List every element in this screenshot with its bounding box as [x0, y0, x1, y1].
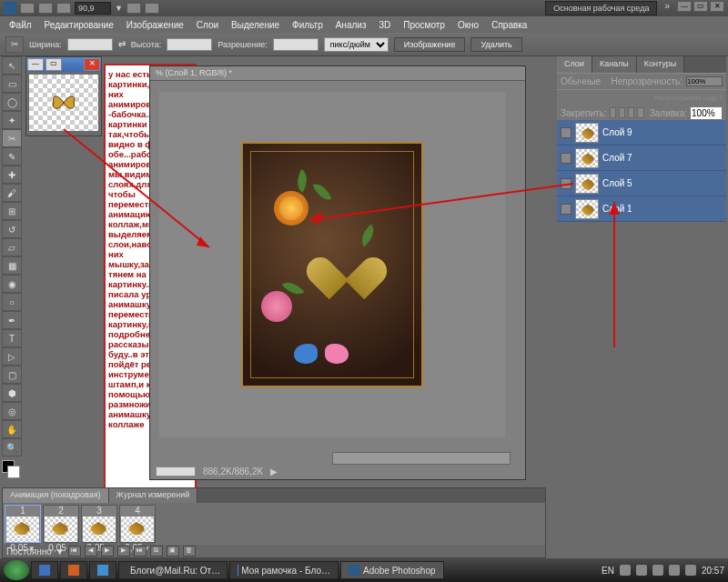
- loop-select[interactable]: Постоянно: [6, 547, 52, 557]
- menu-analysis[interactable]: Анализ: [330, 18, 372, 32]
- close-button[interactable]: ✕: [710, 1, 724, 12]
- layer-thumb[interactable]: [575, 148, 599, 168]
- zoom-field[interactable]: [75, 2, 111, 15]
- 3d-tool[interactable]: ⬢: [2, 384, 22, 402]
- eye-icon[interactable]: [561, 153, 571, 164]
- tray-icon[interactable]: [669, 565, 680, 576]
- bw-min-icon[interactable]: —: [27, 58, 44, 71]
- heal-tool[interactable]: ✚: [2, 166, 22, 184]
- opacity-input[interactable]: [686, 76, 723, 86]
- tab-animation[interactable]: Анимация (покадровая): [3, 488, 109, 503]
- tb-btn2[interactable]: [38, 3, 53, 14]
- color-swatches[interactable]: [2, 460, 22, 480]
- menu-3d[interactable]: 3D: [373, 18, 396, 32]
- layer-row[interactable]: Слой 1: [557, 196, 726, 222]
- res-input[interactable]: [273, 38, 318, 51]
- tb-btn3[interactable]: [56, 3, 71, 14]
- workspace-button[interactable]: Основная рабочая среда: [545, 1, 657, 15]
- tb-btn1[interactable]: [20, 3, 35, 14]
- fill-input[interactable]: [690, 106, 723, 120]
- prev-frame-button[interactable]: ◀: [85, 546, 97, 557]
- wand-tool[interactable]: ✦: [2, 111, 22, 129]
- layer-thumb[interactable]: [575, 199, 599, 219]
- doc-scrollbar-h[interactable]: [332, 452, 511, 465]
- camera-tool[interactable]: ◎: [2, 402, 22, 420]
- blur-tool[interactable]: ◉: [2, 275, 22, 293]
- tab-channels[interactable]: Каналы: [592, 56, 637, 73]
- eye-icon[interactable]: [561, 178, 571, 189]
- tab-log[interactable]: Журнал измерений: [109, 488, 198, 503]
- menu-layers[interactable]: Слои: [191, 18, 224, 32]
- lang-indicator[interactable]: EN: [602, 566, 614, 576]
- eye-icon[interactable]: [561, 127, 571, 138]
- next-frame-button[interactable]: ▶: [117, 546, 130, 557]
- quicklaunch[interactable]: [89, 561, 116, 579]
- swap-icon[interactable]: ⇄: [118, 39, 126, 49]
- doc-zoom-input[interactable]: [156, 467, 196, 477]
- tray-icon[interactable]: [685, 565, 696, 576]
- crop-tool[interactable]: ✂: [2, 129, 22, 147]
- bw-max-icon[interactable]: ▭: [46, 58, 62, 71]
- units-select[interactable]: пикс/дюйм: [324, 37, 389, 52]
- eye-icon[interactable]: [561, 204, 571, 215]
- pen-tool[interactable]: ✒: [2, 311, 22, 329]
- tray-icon[interactable]: [636, 565, 647, 576]
- eyedropper-tool[interactable]: ✎: [2, 147, 22, 166]
- marquee-tool[interactable]: ▭: [2, 75, 22, 93]
- quicklaunch[interactable]: [31, 561, 58, 579]
- butterfly-canvas[interactable]: [29, 75, 98, 131]
- document-canvas[interactable]: [159, 92, 505, 437]
- width-input[interactable]: [67, 38, 113, 51]
- delete-button[interactable]: Удалить: [470, 37, 521, 52]
- lock-all-icon[interactable]: [637, 107, 643, 118]
- frame[interactable]: 10,05▼: [5, 505, 41, 543]
- layer-row[interactable]: Слой 9: [557, 120, 726, 146]
- height-input[interactable]: [167, 38, 212, 51]
- butterfly-window-titlebar[interactable]: — ▭ ✕: [26, 57, 101, 72]
- quicklaunch[interactable]: [60, 561, 87, 579]
- menu-view[interactable]: Просмотр: [398, 18, 450, 32]
- lock-transparency-icon[interactable]: [610, 107, 616, 118]
- taskbar-item[interactable]: Adobe Photoshop: [340, 561, 444, 579]
- document-tab[interactable]: % (Слой 1, RGB/8) *: [150, 66, 525, 81]
- move-tool[interactable]: ↖: [2, 56, 22, 75]
- tab-paths[interactable]: Контуры: [637, 56, 684, 73]
- layer-thumb[interactable]: [575, 174, 599, 194]
- delete-frame-button[interactable]: 🗑: [183, 546, 196, 557]
- first-frame-button[interactable]: ⏮: [68, 546, 81, 557]
- gradient-tool[interactable]: ▦: [2, 256, 22, 275]
- frame[interactable]: 40,05▼: [119, 505, 156, 543]
- lasso-tool[interactable]: ◯: [2, 93, 22, 111]
- bw-close-icon[interactable]: ✕: [84, 58, 100, 71]
- last-frame-button[interactable]: ⏭: [134, 546, 147, 557]
- lock-position-icon[interactable]: [628, 107, 634, 118]
- menu-help[interactable]: Справка: [486, 18, 532, 32]
- stamp-tool[interactable]: ⊞: [2, 202, 22, 220]
- history-brush-tool[interactable]: ↺: [2, 220, 22, 238]
- spread-checkbox-label[interactable]: Распространить кадр 1: [654, 95, 723, 101]
- type-tool[interactable]: T: [2, 329, 22, 347]
- menu-file[interactable]: Файл: [4, 18, 37, 32]
- path-tool[interactable]: ▷: [2, 347, 22, 366]
- eraser-tool[interactable]: ▱: [2, 238, 22, 256]
- shape-tool[interactable]: ▢: [2, 366, 22, 384]
- tray-icon[interactable]: [652, 565, 663, 576]
- hand-tool[interactable]: ✋: [2, 420, 22, 438]
- tb-btn4[interactable]: [126, 3, 141, 14]
- tb-btn5[interactable]: [145, 3, 159, 14]
- lock-pixels-icon[interactable]: [619, 107, 625, 118]
- layer-thumb[interactable]: [575, 123, 599, 143]
- frame[interactable]: 20,05▼: [43, 505, 79, 543]
- maximize-button[interactable]: ▭: [693, 1, 708, 12]
- play-button[interactable]: ▶: [101, 546, 114, 557]
- menu-filter[interactable]: Фильтр: [287, 18, 329, 32]
- tray-icon[interactable]: [620, 565, 631, 576]
- minimize-button[interactable]: —: [677, 1, 692, 12]
- layer-row[interactable]: Слой 5: [557, 171, 726, 196]
- clock[interactable]: 20:57: [702, 566, 724, 576]
- start-button[interactable]: [4, 560, 29, 580]
- layer-row[interactable]: Слой 7: [557, 146, 726, 171]
- image-button[interactable]: Изображение: [394, 37, 466, 52]
- tab-layers[interactable]: Слои: [557, 56, 592, 73]
- blend-mode[interactable]: Обычные: [561, 76, 601, 86]
